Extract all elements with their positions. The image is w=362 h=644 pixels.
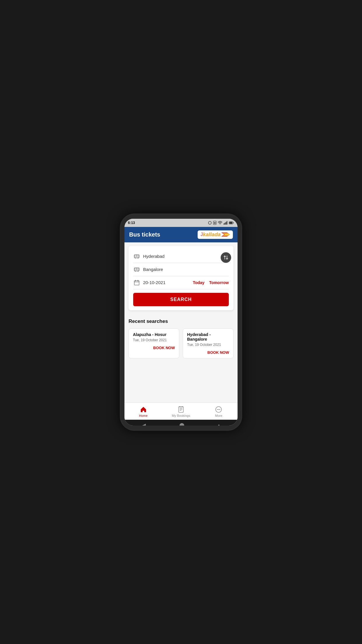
svg-rect-28: [179, 407, 183, 412]
svg-rect-4: [224, 223, 224, 225]
home-icon: [140, 406, 147, 413]
app-header: Bus tickets J kallada: [124, 227, 238, 242]
status-wifi-icon: [218, 221, 222, 225]
brand-logo: J kallada: [198, 230, 233, 239]
to-bus-icon: [133, 266, 140, 273]
svg-point-16: [135, 258, 136, 258]
svg-point-36: [218, 409, 219, 410]
home-system-button[interactable]: ⬤: [179, 422, 184, 426]
to-value: Bangalore: [143, 267, 229, 272]
nav-item-my-bookings[interactable]: My Bookings: [162, 405, 200, 419]
nav-item-more[interactable]: More: [200, 405, 238, 419]
date-value: 20-10-2021: [143, 280, 193, 285]
today-button[interactable]: Today: [193, 280, 204, 285]
svg-rect-6: [226, 222, 226, 225]
from-value: Hyderabad: [143, 254, 229, 259]
nav-home-label: Home: [139, 414, 147, 417]
search-form: Hyderabad Ba: [129, 246, 233, 310]
status-icons: [208, 221, 234, 225]
svg-rect-2: [214, 222, 216, 224]
recent-search-card-1[interactable]: Hyderabad - Bangalore Tue, 19 October 20…: [183, 328, 233, 358]
nav-bookings-label: My Bookings: [172, 414, 190, 417]
recent-searches-title: Recent searches: [129, 318, 233, 324]
system-bar: ◀ ⬤ ▪: [124, 420, 238, 426]
card-0-book-button[interactable]: BOOK NOW: [133, 346, 175, 350]
back-button[interactable]: ◀: [142, 422, 146, 426]
svg-rect-5: [225, 223, 226, 225]
more-icon: [215, 406, 222, 413]
recents-button[interactable]: ▪: [218, 423, 220, 426]
date-shortcuts: Today Tomorrow: [193, 280, 229, 285]
status-sim-icon: [213, 221, 217, 225]
svg-point-37: [219, 409, 220, 410]
from-bus-icon: [133, 253, 140, 260]
status-battery-icon: [229, 221, 234, 224]
nav-more-label: More: [215, 414, 222, 417]
svg-rect-9: [229, 222, 233, 224]
card-1-book-button[interactable]: BOOK NOW: [187, 350, 229, 355]
status-bar: 6:13: [124, 219, 238, 227]
phone-screen: 6:13: [124, 219, 238, 426]
svg-point-22: [138, 271, 138, 272]
logo-stripes-icon: [221, 232, 230, 237]
bookings-icon: [177, 406, 185, 413]
to-row[interactable]: Bangalore: [133, 263, 229, 276]
svg-point-3: [220, 224, 220, 224]
search-button[interactable]: SEARCH: [133, 293, 229, 306]
card-0-route: Alapuzha - Hosur: [133, 332, 175, 337]
logo-kallada-text: kallada: [203, 232, 221, 238]
bottom-nav: Home My Bookings: [124, 402, 238, 420]
recent-searches-list: Alapuzha - Hosur Tue, 19 October 2021 BO…: [129, 328, 233, 358]
status-time: 6:13: [128, 221, 135, 225]
status-circle-icon: [208, 221, 212, 225]
svg-rect-32: [179, 406, 180, 407]
svg-point-0: [208, 221, 211, 224]
svg-point-35: [217, 409, 218, 410]
svg-point-17: [138, 258, 138, 258]
tomorrow-button[interactable]: Tomorrow: [209, 280, 229, 285]
from-row[interactable]: Hyderabad: [133, 250, 229, 263]
phone-device: 6:13: [120, 214, 242, 431]
app-title: Bus tickets: [129, 231, 160, 238]
date-row[interactable]: 20-10-2021 Today Tomorrow: [133, 276, 229, 289]
nav-item-home[interactable]: Home: [124, 405, 162, 419]
main-content: Recent searches Alapuzha - Hosur Tue, 19…: [124, 314, 238, 402]
svg-rect-10: [233, 222, 234, 223]
status-signal-icon: [224, 221, 228, 225]
recent-search-card-0[interactable]: Alapuzha - Hosur Tue, 19 October 2021 BO…: [129, 328, 179, 358]
card-0-date: Tue, 19 October 2021: [133, 338, 175, 342]
svg-rect-33: [182, 406, 183, 407]
swap-button[interactable]: [221, 252, 231, 263]
card-1-date: Tue, 19 October 2021: [187, 343, 229, 347]
card-1-route: Hyderabad - Bangalore: [187, 332, 229, 342]
svg-point-21: [135, 271, 136, 272]
logo-j-letter: J: [201, 232, 203, 237]
svg-rect-7: [227, 221, 228, 225]
calendar-icon: [133, 279, 140, 286]
svg-rect-24: [134, 281, 139, 285]
